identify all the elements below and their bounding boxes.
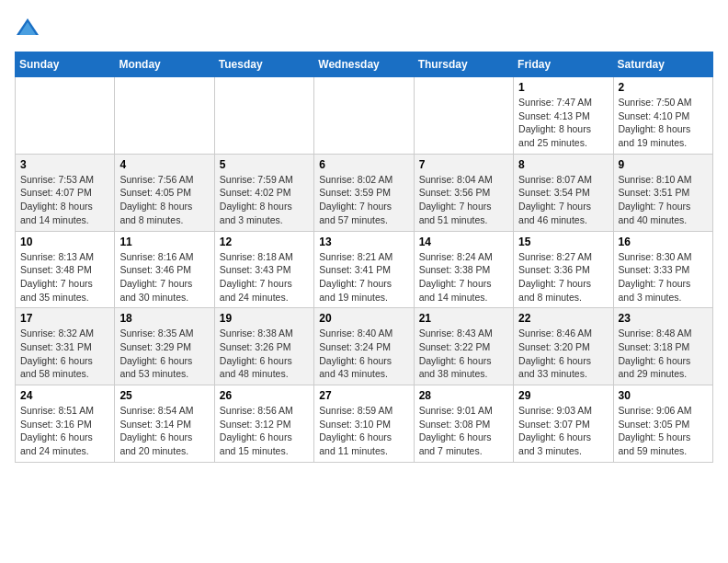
day-info: Sunrise: 7:50 AMSunset: 4:10 PMDaylight:…: [619, 96, 708, 150]
day-info: Sunrise: 8:46 AMSunset: 3:20 PMDaylight:…: [518, 327, 608, 381]
day-number: 28: [419, 389, 508, 402]
day-info: Sunrise: 8:02 AMSunset: 3:59 PMDaylight:…: [319, 173, 408, 227]
day-number: 20: [319, 312, 408, 325]
calendar-cell: 18Sunrise: 8:35 AMSunset: 3:29 PMDayligh…: [115, 308, 214, 385]
calendar-cell: 5Sunrise: 7:59 AMSunset: 4:02 PMDaylight…: [214, 154, 313, 231]
calendar-cell: 17Sunrise: 8:32 AMSunset: 3:31 PMDayligh…: [16, 308, 115, 385]
day-number: 1: [518, 81, 608, 94]
calendar-cell: 20Sunrise: 8:40 AMSunset: 3:24 PMDayligh…: [314, 308, 414, 385]
calendar-cell: 8Sunrise: 8:07 AMSunset: 3:54 PMDaylight…: [514, 154, 613, 231]
day-number: 2: [619, 81, 708, 94]
calendar-cell: [16, 77, 115, 155]
day-number: 17: [20, 312, 109, 325]
day-info: Sunrise: 8:59 AMSunset: 3:10 PMDaylight:…: [319, 404, 408, 458]
logo: [15, 15, 44, 40]
calendar-cell: 2Sunrise: 7:50 AMSunset: 4:10 PMDaylight…: [613, 77, 712, 155]
weekday-header-row: SundayMondayTuesdayWednesdayThursdayFrid…: [16, 52, 713, 77]
calendar-cell: 30Sunrise: 9:06 AMSunset: 3:05 PMDayligh…: [613, 385, 712, 463]
weekday-header: Sunday: [16, 52, 115, 77]
day-number: 22: [518, 312, 608, 325]
day-number: 16: [619, 236, 708, 248]
day-number: 19: [220, 312, 309, 325]
day-number: 18: [119, 312, 209, 325]
day-number: 4: [119, 158, 209, 171]
calendar-cell: 13Sunrise: 8:21 AMSunset: 3:41 PMDayligh…: [314, 231, 414, 308]
calendar-cell: 28Sunrise: 9:01 AMSunset: 3:08 PMDayligh…: [414, 385, 513, 463]
day-number: 7: [419, 158, 508, 171]
calendar-cell: 14Sunrise: 8:24 AMSunset: 3:38 PMDayligh…: [414, 231, 513, 308]
day-number: 5: [220, 158, 309, 171]
day-info: Sunrise: 9:01 AMSunset: 3:08 PMDaylight:…: [419, 404, 508, 458]
calendar-row: 17Sunrise: 8:32 AMSunset: 3:31 PMDayligh…: [16, 308, 713, 385]
header: [15, 15, 713, 40]
calendar-cell: [314, 77, 414, 155]
day-number: 27: [319, 389, 408, 402]
day-info: Sunrise: 7:47 AMSunset: 4:13 PMDaylight:…: [518, 96, 608, 150]
day-number: 9: [619, 158, 708, 171]
day-info: Sunrise: 9:03 AMSunset: 3:07 PMDaylight:…: [518, 404, 608, 458]
calendar-cell: 21Sunrise: 8:43 AMSunset: 3:22 PMDayligh…: [414, 308, 513, 385]
calendar-cell: 9Sunrise: 8:10 AMSunset: 3:51 PMDaylight…: [613, 154, 712, 231]
day-number: 8: [518, 158, 608, 171]
day-number: 30: [619, 389, 708, 402]
day-number: 25: [119, 389, 209, 402]
day-info: Sunrise: 8:48 AMSunset: 3:18 PMDaylight:…: [619, 327, 708, 381]
calendar-row: 1Sunrise: 7:47 AMSunset: 4:13 PMDaylight…: [16, 77, 713, 155]
day-number: 15: [518, 236, 608, 248]
day-info: Sunrise: 8:32 AMSunset: 3:31 PMDaylight:…: [20, 327, 109, 381]
day-info: Sunrise: 8:27 AMSunset: 3:36 PMDaylight:…: [518, 250, 608, 304]
calendar-cell: 25Sunrise: 8:54 AMSunset: 3:14 PMDayligh…: [115, 385, 214, 463]
calendar-cell: 27Sunrise: 8:59 AMSunset: 3:10 PMDayligh…: [314, 385, 414, 463]
day-info: Sunrise: 8:10 AMSunset: 3:51 PMDaylight:…: [619, 173, 708, 227]
calendar-cell: 16Sunrise: 8:30 AMSunset: 3:33 PMDayligh…: [613, 231, 712, 308]
calendar-row: 3Sunrise: 7:53 AMSunset: 4:07 PMDaylight…: [16, 154, 713, 231]
day-info: Sunrise: 8:54 AMSunset: 3:14 PMDaylight:…: [119, 404, 209, 458]
day-info: Sunrise: 8:35 AMSunset: 3:29 PMDaylight:…: [119, 327, 209, 381]
calendar-cell: 26Sunrise: 8:56 AMSunset: 3:12 PMDayligh…: [214, 385, 313, 463]
day-info: Sunrise: 8:38 AMSunset: 3:26 PMDaylight:…: [220, 327, 309, 381]
day-number: 11: [119, 236, 209, 248]
day-info: Sunrise: 8:21 AMSunset: 3:41 PMDaylight:…: [319, 250, 408, 304]
calendar-cell: [414, 77, 513, 155]
day-info: Sunrise: 8:43 AMSunset: 3:22 PMDaylight:…: [419, 327, 508, 381]
logo-icon: [15, 15, 40, 40]
calendar-row: 10Sunrise: 8:13 AMSunset: 3:48 PMDayligh…: [16, 231, 713, 308]
weekday-header: Tuesday: [214, 52, 313, 77]
calendar: SundayMondayTuesdayWednesdayThursdayFrid…: [15, 52, 713, 463]
calendar-cell: 19Sunrise: 8:38 AMSunset: 3:26 PMDayligh…: [214, 308, 313, 385]
day-info: Sunrise: 8:16 AMSunset: 3:46 PMDaylight:…: [119, 250, 209, 304]
day-info: Sunrise: 9:06 AMSunset: 3:05 PMDaylight:…: [619, 404, 708, 458]
day-info: Sunrise: 8:24 AMSunset: 3:38 PMDaylight:…: [419, 250, 508, 304]
weekday-header: Friday: [514, 52, 613, 77]
day-info: Sunrise: 8:30 AMSunset: 3:33 PMDaylight:…: [619, 250, 708, 304]
calendar-cell: [115, 77, 214, 155]
calendar-cell: 10Sunrise: 8:13 AMSunset: 3:48 PMDayligh…: [16, 231, 115, 308]
day-number: 21: [419, 312, 508, 325]
day-info: Sunrise: 8:13 AMSunset: 3:48 PMDaylight:…: [20, 250, 109, 304]
calendar-cell: 6Sunrise: 8:02 AMSunset: 3:59 PMDaylight…: [314, 154, 414, 231]
day-number: 10: [20, 236, 109, 248]
day-number: 26: [220, 389, 309, 402]
day-number: 14: [419, 236, 508, 248]
day-info: Sunrise: 8:07 AMSunset: 3:54 PMDaylight:…: [518, 173, 608, 227]
calendar-cell: 23Sunrise: 8:48 AMSunset: 3:18 PMDayligh…: [613, 308, 712, 385]
calendar-cell: 15Sunrise: 8:27 AMSunset: 3:36 PMDayligh…: [514, 231, 613, 308]
day-info: Sunrise: 8:04 AMSunset: 3:56 PMDaylight:…: [419, 173, 508, 227]
calendar-cell: 4Sunrise: 7:56 AMSunset: 4:05 PMDaylight…: [115, 154, 214, 231]
day-number: 29: [518, 389, 608, 402]
day-number: 24: [20, 389, 109, 402]
day-number: 13: [319, 236, 408, 248]
weekday-header: Monday: [115, 52, 214, 77]
calendar-cell: 7Sunrise: 8:04 AMSunset: 3:56 PMDaylight…: [414, 154, 513, 231]
weekday-header: Thursday: [414, 52, 513, 77]
day-info: Sunrise: 8:18 AMSunset: 3:43 PMDaylight:…: [220, 250, 309, 304]
day-info: Sunrise: 7:53 AMSunset: 4:07 PMDaylight:…: [20, 173, 109, 227]
weekday-header: Wednesday: [314, 52, 414, 77]
day-number: 6: [319, 158, 408, 171]
calendar-cell: 12Sunrise: 8:18 AMSunset: 3:43 PMDayligh…: [214, 231, 313, 308]
day-info: Sunrise: 7:56 AMSunset: 4:05 PMDaylight:…: [119, 173, 209, 227]
calendar-cell: 24Sunrise: 8:51 AMSunset: 3:16 PMDayligh…: [16, 385, 115, 463]
day-number: 3: [20, 158, 109, 171]
calendar-cell: 22Sunrise: 8:46 AMSunset: 3:20 PMDayligh…: [514, 308, 613, 385]
day-number: 12: [220, 236, 309, 248]
